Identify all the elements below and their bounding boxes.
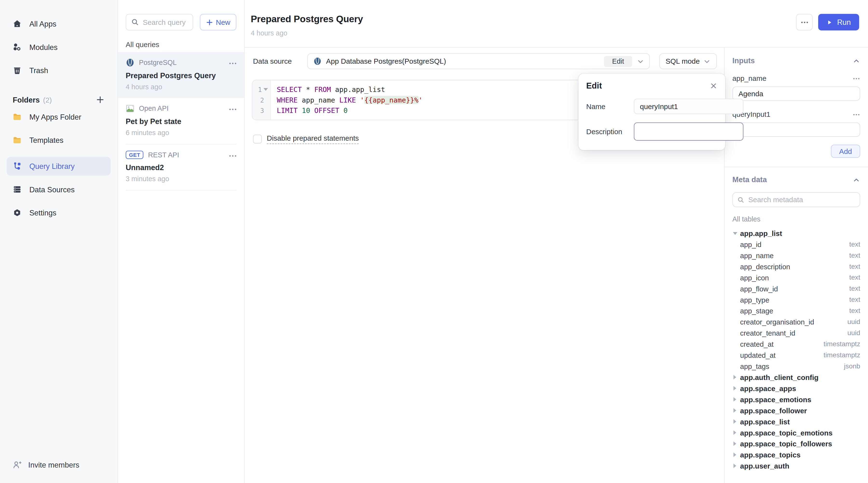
sidebar-item-trash[interactable]: Trash [7,61,111,80]
kebab-icon[interactable] [852,111,860,118]
trash-icon [13,66,22,75]
table-row-collapsed[interactable]: app.space_topics [732,449,860,460]
sidebar-item-modules[interactable]: Modules [7,38,111,56]
close-icon [710,82,717,90]
chevron-down-icon [703,57,711,65]
table-row-collapsed[interactable]: app.space_apps [732,383,860,394]
query-name: Pet by Pet state [126,118,236,126]
search-icon [131,18,139,26]
disable-prepared-statements-checkbox[interactable] [253,134,262,144]
edit-variable-popup: Edit Name Description [579,73,725,150]
input-value-field[interactable] [732,122,860,137]
divider [724,167,868,167]
query-type-label: REST API [148,151,179,159]
get-method-badge: GET [126,151,144,159]
new-query-label: New [216,18,230,26]
query-list-item[interactable]: GET REST API Unnamed2 3 minutes ago [118,145,244,190]
sidebar-item-all-apps[interactable]: All Apps [7,14,111,33]
table-row-collapsed[interactable]: app.user_auth [732,460,860,472]
input-value-field[interactable] [732,86,860,101]
home-icon [13,19,22,28]
folder-icon [13,113,22,121]
caret-right-icon [734,397,736,401]
sidebar-item-label: Query Library [29,162,75,170]
datasource-select[interactable]: App Database Postgres(PostgreSQL) Edit [307,53,650,69]
sidebar-folder-my-apps[interactable]: My Apps Folder [7,108,111,126]
metadata-search-input[interactable] [748,195,855,204]
popup-title: Edit [586,81,602,90]
query-list-item[interactable]: PostgreSQL Prepared Postgres Query 4 hou… [118,52,244,98]
table-row-collapsed[interactable]: app.auth_client_config [732,372,860,383]
data-sources-icon [13,185,22,194]
column-row: creator_organisation_iduuid [732,316,860,327]
sidebar-item-label: Settings [29,208,56,217]
editor-gutter: 1 2 3 [252,80,271,120]
caret-right-icon [734,442,736,446]
image-placeholder-icon [126,104,134,113]
column-row: app_idtext [732,239,860,250]
all-tables-label: All tables [732,215,860,223]
collapse-inputs-chevron-up-icon[interactable] [852,57,860,64]
sidebar-item-label: All Apps [29,20,56,28]
table-row-collapsed[interactable]: app.space_follower [732,405,860,416]
table-row-expanded[interactable]: app.app_list [732,228,860,239]
table-row-collapsed[interactable]: app.space_topic_followers [732,438,860,449]
more-options-button[interactable] [796,14,813,30]
query-menu-button[interactable] [228,105,237,113]
kebab-icon [800,18,808,26]
screen: All Apps Modules Trash Folders (2) My Ap… [0,0,868,483]
page-title: Prepared Postgres Query [251,14,363,25]
new-query-button[interactable]: New [200,14,237,30]
query-search-input[interactable] [143,18,188,26]
sidebar-item-settings[interactable]: Settings [7,203,111,222]
invite-members-label: Invite members [28,460,79,469]
table-name: app.app_list [740,229,782,237]
sidebar-item-label: Data Sources [29,185,75,193]
kebab-icon [228,152,237,160]
folders-count: (2) [43,95,52,104]
caret-right-icon [734,430,736,435]
metadata-search-box [732,192,860,207]
right-panel: Inputs app_name queryInput1 Add [724,48,868,483]
postgresql-icon [126,58,134,67]
column-row: app_typetext [732,294,860,305]
line-number: 3 [260,107,264,114]
kebab-icon[interactable] [852,74,860,82]
table-row-collapsed[interactable]: app.space_list [732,416,860,427]
chevron-down-icon [637,57,645,65]
kebab-icon [228,105,237,113]
invite-members-button[interactable]: Invite members [7,455,111,474]
sidebar-item-query-library[interactable]: Query Library [7,157,111,176]
table-row-collapsed[interactable]: app.space_emotions [732,394,860,405]
folder-label: Templates [29,136,63,144]
column-row: app_tagsjsonb [732,361,860,372]
sidebar-folder-templates[interactable]: Templates [7,131,111,150]
datasource-label: Data source [253,57,307,65]
run-button[interactable]: Run [818,14,859,30]
column-row: app_icontext [732,272,860,283]
column-row: created_attimestamptz [732,338,860,350]
line-number: 2 [260,96,264,104]
edit-datasource-button[interactable]: Edit [604,56,632,67]
disable-prepared-statements-label: Disable prepared statements [267,134,359,144]
description-input[interactable] [634,122,744,141]
sql-mode-value: SQL mode [665,57,700,65]
collapse-metadata-chevron-up-icon[interactable] [852,176,860,184]
folders-title: Folders [13,95,40,104]
sidebar-item-label: Modules [29,43,58,51]
query-menu-button[interactable] [228,152,237,160]
inputs-section-title: Inputs [732,56,755,65]
table-row-collapsed[interactable]: app.space_topic_emotions [732,427,860,438]
name-label: Name [586,102,633,111]
name-input[interactable] [634,99,744,114]
fold-caret-icon[interactable] [264,88,268,91]
query-header: Prepared Postgres Query 4 hours ago Run [245,0,868,48]
sql-mode-select[interactable]: SQL mode [659,53,717,69]
sidebar-item-data-sources[interactable]: Data Sources [7,180,111,199]
close-popup-button[interactable] [710,82,717,90]
query-menu-button[interactable] [228,59,237,67]
add-input-button[interactable]: Add [831,145,860,158]
column-row: creator_tenant_iduuid [732,327,860,338]
query-list-item[interactable]: Open API Pet by Pet state 6 minutes ago [118,98,244,144]
add-folder-button[interactable] [96,95,105,104]
